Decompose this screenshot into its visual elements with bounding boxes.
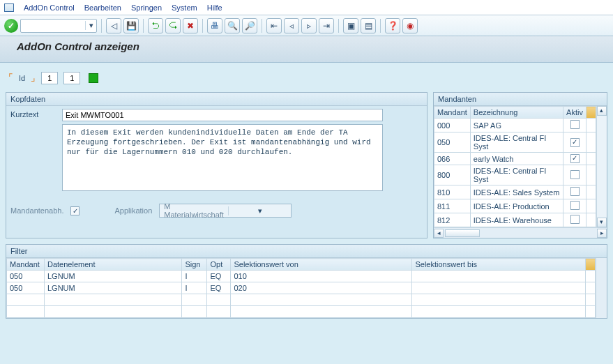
arrow-back-icon: ⮌ [151,21,160,31]
cell-datenelement: LGNUM [45,282,182,294]
cell-spacer [586,282,596,294]
scroll-down-button[interactable]: ▾ [597,218,607,227]
cell-mandant: 066 [434,153,471,165]
find-next-icon: 🔎 [245,21,255,31]
bracket-left-icon: ⌜ [8,72,13,83]
toolbar: ✓ ▾ ◁ 💾 ⮌ ⮎ ✖ 🖶 🔍 🔎 ⇤ ◃ ▹ ⇥ ▣ ▤ ❓ ◉ [0,15,613,36]
cell-mandant: 050 [7,282,45,294]
checkbox-icon[interactable] [570,215,580,224]
customize-icon: ◉ [407,21,414,31]
shortcut-button[interactable]: ▤ [361,18,376,33]
longtext-box[interactable]: In diesem Exit werden kundenindividuelle… [62,124,383,191]
table-row[interactable]: 812IDES-ALE: Warehouse [434,213,596,227]
cell-aktiv[interactable] [563,132,586,153]
enter-button[interactable]: ✓ [4,19,18,33]
cell-aktiv[interactable] [563,165,586,185]
col-selektionswert-bis[interactable]: Selektionswert bis [412,259,586,271]
page-last-icon: ⇥ [323,21,330,31]
scroll-up-button[interactable]: ▴ [597,106,607,116]
find-next-button[interactable]: 🔎 [242,18,257,33]
toolbar-separator [101,19,102,33]
cell-selv [231,306,412,318]
cell-spacer [586,271,596,282]
find-button[interactable]: 🔍 [225,18,240,33]
cell-mandant: 050 [7,271,45,282]
last-page-button[interactable]: ⇥ [319,18,334,33]
print-button[interactable]: 🖶 [207,18,222,33]
vertical-scrollbar[interactable]: ▴ ▾ [596,106,607,227]
filter-table: Mandant Datenelement Sign Opt Selektions… [6,258,596,318]
checkbox-icon[interactable] [570,120,580,129]
prev-page-button[interactable]: ◃ [284,18,299,33]
help-icon: ❓ [388,21,398,31]
kurztext-input[interactable] [62,109,383,121]
cell-aktiv[interactable] [563,185,586,199]
table-row[interactable]: 050LGNUMIEQ020 [7,282,596,294]
id-1-input[interactable] [41,72,58,84]
menu-bearbeiten[interactable]: Bearbeiten [84,3,121,12]
col-mandant[interactable]: Mandant [7,259,45,271]
table-row[interactable]: 811IDES-ALE: Production [434,199,596,213]
kopfdaten-panel: Kopfdaten Kurztext In diesem Exit werden… [6,92,427,238]
save-button[interactable]: 💾 [123,18,139,33]
cell-selv: 020 [231,282,412,294]
next-page-button[interactable]: ▹ [301,18,317,33]
checkbox-icon[interactable] [570,170,580,179]
menu-system[interactable]: System [172,3,197,12]
table-settings-button[interactable] [586,259,596,271]
back-button[interactable]: ◁ [106,18,121,33]
nav-forward-button[interactable]: ⮎ [165,18,181,33]
help-button[interactable]: ❓ [385,18,400,33]
table-row[interactable]: 050LGNUMIEQ010 [7,271,596,282]
col-opt[interactable]: Opt [207,259,231,271]
scroll-right-button[interactable]: ▸ [597,229,607,238]
checkbox-icon[interactable] [570,138,580,147]
id-2-input[interactable] [63,72,80,84]
menu-springen[interactable]: Springen [131,3,162,12]
col-datenelement[interactable]: Datenelement [45,259,182,271]
cell-sign [182,306,207,318]
shortcut-icon: ▤ [365,21,372,31]
table-row[interactable] [7,306,596,318]
table-row[interactable]: 050IDES-ALE: Central FI Syst [434,132,596,153]
applikation-select[interactable]: M Materialwirtschaft ▾ [159,204,292,218]
col-selektionswert-von[interactable]: Selektionswert von [231,259,412,271]
table-row[interactable]: 810IDES-ALE: Sales System [434,185,596,199]
col-sign[interactable]: Sign [182,259,207,271]
table-settings-button[interactable] [586,107,596,119]
chevron-down-icon: ▾ [228,206,291,215]
cell-selb [412,282,586,294]
col-aktiv[interactable]: Aktiv [563,107,586,119]
col-mandant[interactable]: Mandant [434,107,471,119]
checkbox-icon[interactable] [570,187,580,196]
scroll-left-button[interactable]: ◂ [434,229,444,238]
toolbar-separator [202,19,203,33]
cell-aktiv[interactable] [563,153,586,165]
menu-addon-control[interactable]: AddOn Control [24,3,75,12]
col-bezeichnung[interactable]: Bezeichnung [470,107,563,119]
command-field[interactable]: ▾ [20,19,97,33]
checkbox-icon[interactable] [570,201,580,210]
cancel-button[interactable]: ✖ [183,18,198,33]
scroll-thumb[interactable] [445,229,480,237]
customize-button[interactable]: ◉ [402,18,418,33]
table-row[interactable]: 800IDES-ALE: Central FI Syst [434,165,596,185]
cell-bezeichnung: IDES-ALE: Sales System [470,185,563,199]
first-page-button[interactable]: ⇤ [266,18,282,33]
new-session-button[interactable]: ▣ [343,18,358,33]
menu-hilfe[interactable]: Hilfe [207,3,222,12]
vertical-scrollbar[interactable] [596,258,607,318]
kurztext-label: Kurztext [10,109,58,119]
cell-selb [412,271,586,282]
table-row[interactable]: 000SAP AG [434,119,596,132]
table-row[interactable]: 066early Watch [434,153,596,165]
cell-aktiv[interactable] [563,119,586,132]
mandantenabh-checkbox[interactable]: ✓ [70,206,80,215]
nav-back-button[interactable]: ⮌ [148,18,163,33]
cell-aktiv[interactable] [563,213,586,227]
checkbox-icon[interactable] [570,154,580,163]
cell-aktiv[interactable] [563,199,586,213]
table-row[interactable] [7,294,596,306]
cell-spacer [586,185,596,199]
horizontal-scrollbar[interactable]: ◂ ▸ [434,227,607,238]
